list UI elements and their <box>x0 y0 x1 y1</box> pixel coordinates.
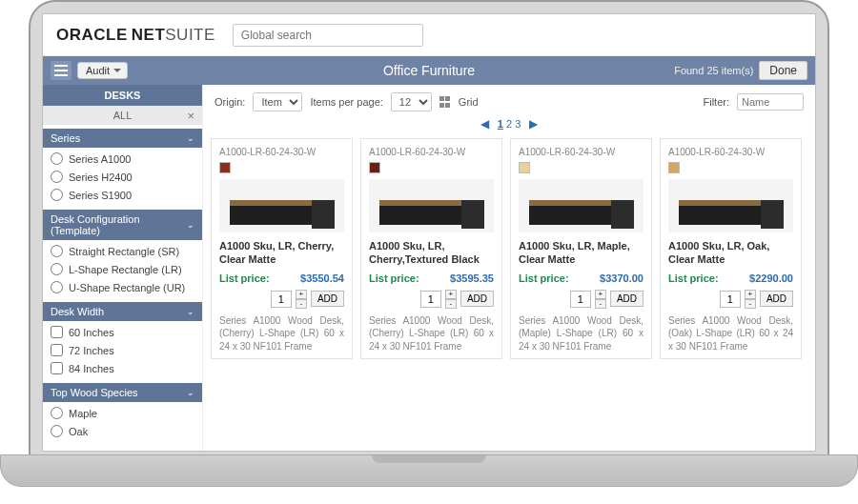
sidebar-all-label: ALL <box>113 110 133 121</box>
qty-down-button[interactable]: - <box>296 299 307 309</box>
facet-header-config[interactable]: Desk Configuration (Template) ⌄ <box>43 210 202 240</box>
add-button[interactable]: ADD <box>610 291 644 307</box>
product-description: Series A1000 Wood Desk, (Cherry) L-Shape… <box>219 314 344 353</box>
facet-option[interactable]: Series A1000 <box>51 150 194 168</box>
add-button[interactable]: ADD <box>460 291 494 307</box>
facet-header-width[interactable]: Desk Width ⌄ <box>43 302 202 321</box>
audit-label: Audit <box>86 65 110 76</box>
origin-select[interactable]: Item <box>253 92 302 111</box>
facet-option[interactable]: 72 Inches <box>51 341 194 359</box>
product-thumbnail <box>519 179 644 232</box>
sidebar-all-row[interactable]: ALL × <box>43 106 202 125</box>
qty-down-button[interactable]: - <box>745 299 756 309</box>
chevron-down-icon: ⌄ <box>187 220 194 230</box>
facet-title-wood: Top Wood Species <box>51 387 138 398</box>
facet-title-config: Desk Configuration (Template) <box>51 213 187 236</box>
quantity-stepper[interactable]: + - <box>445 290 457 309</box>
pager-prev[interactable]: ◀ <box>475 117 495 131</box>
facet-option[interactable]: Oak <box>51 422 194 440</box>
checkbox-input[interactable] <box>51 326 63 338</box>
product-card[interactable]: A1000-LR-60-24-30-W A1000 Sku, LR, Cherr… <box>360 138 502 359</box>
radio-input[interactable] <box>51 189 63 201</box>
quantity-input[interactable] <box>720 291 741 308</box>
items-per-page-select[interactable]: 12 <box>391 92 432 111</box>
close-icon[interactable]: × <box>187 109 194 123</box>
product-title: A1000 Sku, LR, Cherry,Textured Black <box>369 240 494 267</box>
quantity-stepper[interactable]: + - <box>745 290 756 309</box>
facet-option[interactable]: U-Shape Rectangle (UR) <box>51 278 194 296</box>
facet-option[interactable]: Series S1900 <box>51 186 194 204</box>
radio-input[interactable] <box>51 245 63 257</box>
qty-up-button[interactable]: + <box>296 290 307 299</box>
radio-input[interactable] <box>51 407 63 419</box>
chevron-down-icon: ⌄ <box>187 307 194 316</box>
radio-input[interactable] <box>51 281 63 293</box>
facet-title-series: Series <box>51 132 80 144</box>
list-price-label: List price: <box>519 272 569 284</box>
color-swatch <box>519 162 530 173</box>
items-per-page-label: Items per page: <box>310 96 382 108</box>
page-title: Office Furniture <box>383 63 475 78</box>
product-card[interactable]: A1000-LR-60-24-30-W A1000 Sku, LR, Cherr… <box>211 138 353 359</box>
done-button[interactable]: Done <box>759 61 807 80</box>
product-thumbnail <box>219 179 344 232</box>
chevron-down-icon <box>113 69 121 72</box>
facet-option[interactable]: Maple <box>51 404 194 422</box>
pager-page-2[interactable]: 2 <box>506 118 512 130</box>
radio-input[interactable] <box>51 425 63 437</box>
chevron-down-icon: ⌄ <box>187 388 194 397</box>
product-card[interactable]: A1000-LR-60-24-30-W A1000 Sku, LR, Maple… <box>510 138 652 359</box>
quantity-input[interactable] <box>271 291 292 308</box>
brand-net: NET <box>132 26 166 44</box>
product-card[interactable]: A1000-LR-60-24-30-W A1000 Sku, LR, Oak, … <box>660 138 802 359</box>
pager-page-3[interactable]: 3 <box>515 118 521 130</box>
checkbox-input[interactable] <box>51 362 63 374</box>
quantity-input[interactable] <box>420 291 441 308</box>
radio-input[interactable] <box>51 171 63 183</box>
add-button[interactable]: ADD <box>760 291 793 307</box>
grid-view-icon[interactable] <box>439 96 451 108</box>
audit-dropdown[interactable]: Audit <box>77 62 128 79</box>
qty-down-button[interactable]: - <box>595 299 606 309</box>
facet-option[interactable]: Straight Rectangle (SR) <box>51 242 194 260</box>
pager-next[interactable]: ▶ <box>523 117 543 131</box>
facet-header-wood[interactable]: Top Wood Species ⌄ <box>43 383 202 402</box>
add-button[interactable]: ADD <box>311 291 344 307</box>
facet-option[interactable]: Series H2400 <box>51 168 194 186</box>
qty-up-button[interactable]: + <box>745 290 756 299</box>
result-count: Found 25 item(s) <box>674 65 753 76</box>
product-sku: A1000-LR-60-24-30-W <box>668 147 793 157</box>
product-description: Series A1000 Wood Desk, (Oak) L-Shape (L… <box>668 314 793 353</box>
quantity-stepper[interactable]: + - <box>595 290 606 309</box>
color-swatch <box>219 162 231 173</box>
facet-option[interactable]: L-Shape Rectangle (LR) <box>51 260 194 278</box>
list-price-value: $3370.00 <box>600 272 644 284</box>
product-thumbnail <box>668 179 793 232</box>
brand-logo: ORACLE NETSUITE <box>56 26 215 45</box>
facet-option[interactable]: 60 Inches <box>51 323 194 341</box>
chevron-down-icon: ⌄ <box>187 133 194 143</box>
product-title: A1000 Sku, LR, Maple, Clear Matte <box>519 240 644 267</box>
menu-icon[interactable] <box>51 61 72 80</box>
sidebar-category-header: DESKS <box>43 85 202 106</box>
qty-up-button[interactable]: + <box>445 290 457 299</box>
product-sku: A1000-LR-60-24-30-W <box>369 147 494 157</box>
facet-header-series[interactable]: Series ⌄ <box>43 129 202 148</box>
filter-name-input[interactable] <box>737 93 804 111</box>
quantity-stepper[interactable]: + - <box>296 290 307 309</box>
quantity-input[interactable] <box>570 291 591 308</box>
color-swatch <box>369 162 380 173</box>
pager-page-1[interactable]: 1 <box>498 118 503 130</box>
radio-input[interactable] <box>51 263 63 275</box>
checkbox-input[interactable] <box>51 344 63 356</box>
global-search-input[interactable] <box>233 24 423 47</box>
qty-down-button[interactable]: - <box>445 299 457 309</box>
pager: ◀ 1 2 3 ▶ <box>211 115 807 138</box>
facet-option[interactable]: 84 Inches <box>51 359 194 377</box>
grid-label: Grid <box>459 96 479 108</box>
product-title: A1000 Sku, LR, Oak, Clear Matte <box>668 240 793 267</box>
radio-input[interactable] <box>51 152 63 165</box>
product-title: A1000 Sku, LR, Cherry, Clear Matte <box>219 240 344 267</box>
facet-title-width: Desk Width <box>51 306 104 317</box>
qty-up-button[interactable]: + <box>595 290 606 299</box>
